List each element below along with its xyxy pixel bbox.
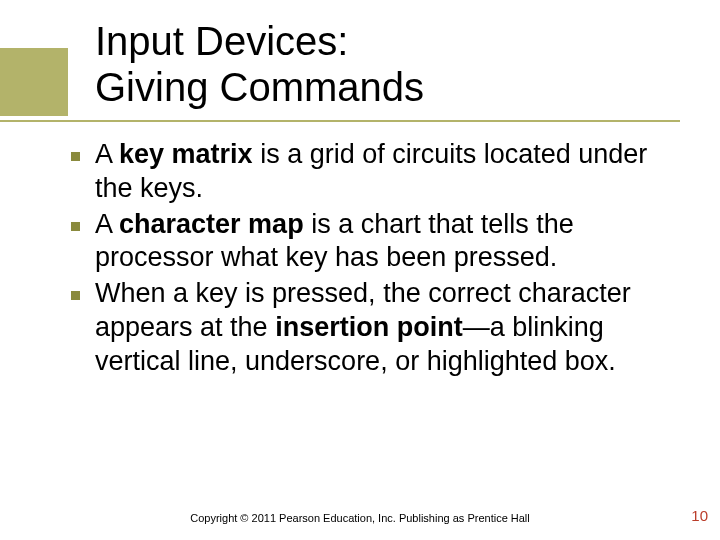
bullet-icon xyxy=(71,222,80,231)
bullet-text: A character map is a chart that tells th… xyxy=(95,208,670,276)
title-underline xyxy=(0,120,680,122)
title-line-1: Input Devices: xyxy=(95,19,348,63)
slide-footer: Copyright © 2011 Pearson Education, Inc.… xyxy=(0,512,720,524)
slide-title-block: Input Devices: Giving Commands xyxy=(0,0,720,120)
page-number: 10 xyxy=(691,507,708,524)
list-item: When a key is pressed, the correct chara… xyxy=(95,277,670,378)
list-item: A character map is a chart that tells th… xyxy=(95,208,670,276)
slide-title: Input Devices: Giving Commands xyxy=(95,18,680,110)
bullet-icon xyxy=(71,291,80,300)
bullet-text: When a key is pressed, the correct chara… xyxy=(95,277,670,378)
copyright-text: Copyright © 2011 Pearson Education, Inc.… xyxy=(0,512,720,524)
title-line-2: Giving Commands xyxy=(95,65,424,109)
bullet-text: A key matrix is a grid of circuits locat… xyxy=(95,138,670,206)
list-item: A key matrix is a grid of circuits locat… xyxy=(95,138,670,206)
bullet-icon xyxy=(71,152,80,161)
slide-content: A key matrix is a grid of circuits locat… xyxy=(0,120,720,378)
title-accent-square xyxy=(0,48,68,116)
